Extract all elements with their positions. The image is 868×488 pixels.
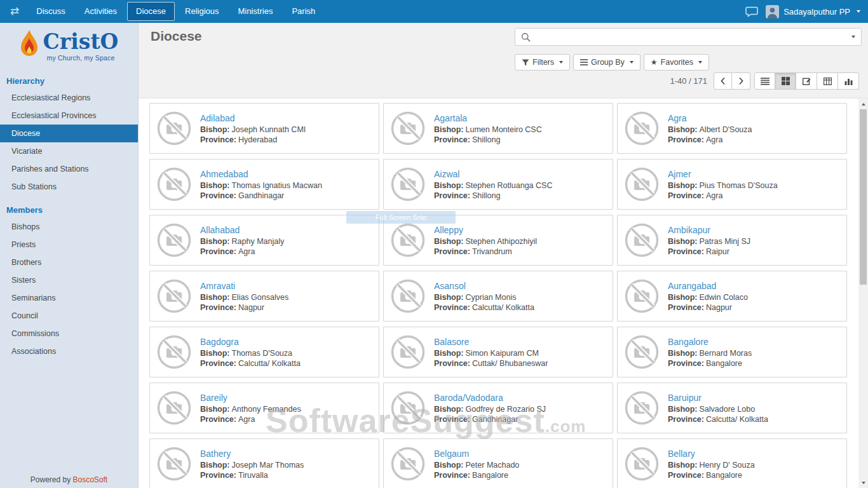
logo-text: CristO my Church, my Space — [43, 31, 119, 62]
search-dropdown-caret[interactable] — [846, 36, 855, 38]
diocese-name-link[interactable]: Aurangabad — [668, 281, 748, 291]
diocese-name-link[interactable]: Bathery — [200, 449, 304, 459]
search-input[interactable] — [534, 29, 842, 44]
sidebar-item-council[interactable]: Council — [0, 307, 138, 325]
sidebar-item-parishes-and-stations[interactable]: Parishes and Stations — [0, 160, 138, 178]
sidebar-item-ecclesiastical-provinces[interactable]: Ecclesiastical Provinces — [0, 107, 138, 125]
diocese-name-link[interactable]: Bareily — [200, 393, 301, 403]
diocese-name-link[interactable]: Amravati — [200, 281, 288, 291]
diocese-card[interactable]: Ambikapur Bishop:Patras Minj SJ Province… — [617, 215, 847, 266]
bishop-line: Bishop:Thomas Ignatius Macwan — [200, 181, 322, 190]
diocese-card[interactable]: Belgaum Bishop:Peter Machado Province:Ba… — [383, 438, 613, 488]
boscosoft-link[interactable]: BoscoSoft — [73, 475, 108, 484]
diocese-card[interactable]: Bareily Bishop:Anthony Fernandes Provinc… — [149, 383, 379, 433]
sidebar-item-priests[interactable]: Priests — [0, 236, 138, 254]
diocese-card[interactable]: Bellary Bishop:Henry D' Souza Province:B… — [617, 438, 847, 488]
card-body: Amravati Bishop:Elias Gonsalves Province… — [200, 281, 288, 312]
diocese-card[interactable]: Aizwal Bishop:Stephen Rotluanga CSC Prov… — [383, 159, 613, 210]
bishop-line: Bishop:Henry D' Souza — [668, 461, 755, 470]
sidebar-item-seminarians[interactable]: Seminarians — [0, 289, 138, 307]
diocese-card[interactable]: Balasore Bishop:Simon Kaipuram CM Provin… — [383, 327, 613, 377]
diocese-card[interactable]: Adilabad Bishop:Joseph Kunnath CMI Provi… — [149, 103, 379, 154]
filters-button[interactable]: Filters — [515, 54, 570, 71]
diocese-name-link[interactable]: Bangalore — [668, 337, 752, 347]
diocese-card[interactable]: Allahabad Bishop:Raphy Manjaly Province:… — [149, 215, 379, 266]
diocese-card[interactable]: Ajmer Bishop:Pius Thomas D'Souza Provinc… — [617, 159, 847, 210]
view-pivot-button[interactable] — [817, 72, 838, 90]
diocese-card[interactable]: Baroda/Vadodara Bishop:Godfrey de Rozari… — [383, 383, 613, 433]
view-graph-button[interactable] — [838, 72, 859, 90]
card-body: Allahabad Bishop:Raphy Manjaly Province:… — [200, 225, 284, 256]
sidebar-item-bishops[interactable]: Bishops — [0, 218, 138, 236]
scroll-down-arrow[interactable] — [858, 478, 868, 487]
nav-item-ministries[interactable]: Ministries — [229, 2, 282, 21]
bishop-label: Bishop: — [434, 461, 464, 470]
diocese-card[interactable]: Agartala Bishop:Lumen Monteiro CSC Provi… — [383, 103, 613, 154]
scrollbar-thumb[interactable] — [860, 109, 867, 285]
nav-item-diocese[interactable]: Diocese — [127, 2, 175, 21]
sidebar-item-commissions[interactable]: Commissions — [0, 325, 138, 342]
diocese-card[interactable]: Alleppy Bishop:Stephen Athipozhiyil Prov… — [383, 215, 613, 266]
nav-item-activities[interactable]: Activities — [76, 2, 126, 21]
no-image-placeholder-icon — [156, 166, 192, 202]
diocese-name-link[interactable]: Bellary — [668, 449, 755, 459]
diocese-name-link[interactable]: Agartala — [434, 113, 542, 123]
diocese-name-link[interactable]: Alleppy — [434, 225, 537, 235]
menu-toggle-icon[interactable]: ⇄ — [3, 0, 27, 23]
nav-item-parish[interactable]: Parish — [283, 2, 324, 21]
card-body: Bagdogra Bishop:Thomas D'Souza Province:… — [200, 337, 301, 368]
sidebar-item-vicariate[interactable]: Vicariate — [0, 142, 138, 160]
nav-item-discuss[interactable]: Discuss — [27, 2, 74, 21]
diocese-card[interactable]: Baruipur Bishop:Salvadore Lobo Province:… — [617, 383, 847, 433]
form-edit-view-icon — [803, 77, 811, 85]
bishop-line: Bishop:Joseph Kunnath CMI — [200, 125, 306, 134]
view-form-button[interactable] — [796, 72, 817, 90]
user-menu[interactable]: Sadayalputhur PP — [766, 5, 860, 18]
diocese-name-link[interactable]: Baroda/Vadodara — [434, 393, 546, 403]
diocese-name-link[interactable]: Bagdogra — [200, 337, 301, 347]
view-kanban-button[interactable] — [775, 72, 796, 90]
diocese-card[interactable]: Amravati Bishop:Elias Gonsalves Province… — [149, 271, 379, 322]
sidebar-item-associations[interactable]: Associations — [0, 342, 138, 360]
diocese-name-link[interactable]: Ajmer — [668, 169, 778, 179]
diocese-card[interactable]: Ahmedabad Bishop:Thomas Ignatius Macwan … — [149, 159, 379, 210]
pager-prev-button[interactable] — [714, 72, 732, 90]
bishop-line: Bishop:Raphy Manjaly — [200, 237, 284, 246]
diocese-card[interactable]: Agra Bishop:Albert D'Souza Province:Agra — [617, 103, 847, 154]
pager-next-button[interactable] — [732, 72, 750, 90]
scroll-up-arrow[interactable] — [858, 99, 868, 109]
favorites-button[interactable]: ★ Favorites — [644, 54, 709, 71]
diocese-name-link[interactable]: Aizwal — [434, 169, 552, 179]
diocese-name-link[interactable]: Asansol — [434, 281, 534, 291]
diocese-card[interactable]: Asansol Bishop:Cyprian Monis Province:Ca… — [383, 271, 613, 322]
sidebar-item-brothers[interactable]: Brothers — [0, 254, 138, 271]
card-body: Ambikapur Bishop:Patras Minj SJ Province… — [668, 225, 750, 256]
diocese-name-link[interactable]: Baruipur — [668, 393, 768, 403]
province-line: Province:Agra — [668, 191, 778, 200]
diocese-name-link[interactable]: Ambikapur — [668, 225, 750, 235]
nav-item-religious[interactable]: Religious — [176, 2, 227, 21]
no-image-placeholder-icon — [390, 446, 426, 482]
sidebar-item-sub-stations[interactable]: Sub Stations — [0, 178, 138, 196]
diocese-name-link[interactable]: Agra — [668, 113, 752, 123]
diocese-card[interactable]: Bangalore Bishop:Bernard Moras Province:… — [617, 327, 847, 377]
diocese-card[interactable]: Bathery Bishop:Joseph Mar Thomas Provinc… — [149, 438, 379, 488]
view-list-button[interactable] — [754, 72, 775, 90]
diocese-card[interactable]: Aurangabad Bishop:Edwin Colaco Province:… — [617, 271, 847, 322]
chevron-down-icon — [857, 10, 860, 13]
diocese-name-link[interactable]: Balasore — [434, 337, 548, 347]
group-by-button[interactable]: Group By — [573, 54, 641, 71]
sidebar-item-diocese[interactable]: Diocese — [0, 125, 138, 142]
card-body: Ajmer Bishop:Pius Thomas D'Souza Provinc… — [668, 169, 778, 200]
sidebar-item-sisters[interactable]: Sisters — [0, 271, 138, 289]
diocese-name-link[interactable]: Belgaum — [434, 449, 519, 459]
diocese-name-link[interactable]: Allahabad — [200, 225, 284, 235]
diocese-name-link[interactable]: Adilabad — [200, 113, 306, 123]
diocese-name-link[interactable]: Ahmedabad — [200, 169, 322, 179]
app-logo: CristO my Church, my Space — [0, 23, 138, 67]
search-bar[interactable] — [515, 28, 862, 46]
bishop-label: Bishop: — [434, 405, 464, 414]
sidebar-item-ecclesiastical-regions[interactable]: Ecclesiastical Regions — [0, 89, 138, 107]
diocese-card[interactable]: Bagdogra Bishop:Thomas D'Souza Province:… — [149, 327, 379, 377]
messages-icon[interactable] — [745, 6, 758, 17]
